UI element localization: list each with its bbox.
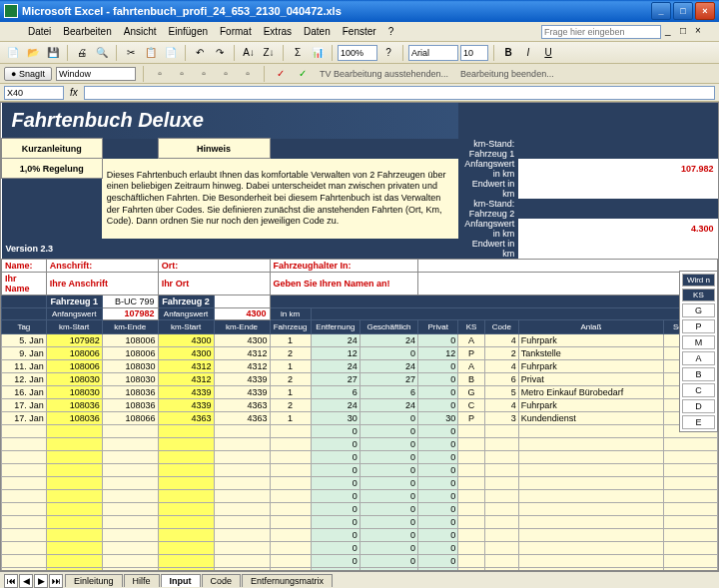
cell[interactable]: 108030 <box>46 372 102 385</box>
cell[interactable]: 5 <box>484 385 518 398</box>
cell[interactable]: 108030 <box>102 359 158 372</box>
cell[interactable]: 4312 <box>214 359 270 372</box>
close-button[interactable]: × <box>695 2 715 20</box>
cell[interactable]: 0 <box>418 450 458 463</box>
cell[interactable] <box>518 489 663 502</box>
cell[interactable] <box>46 463 102 476</box>
cell[interactable]: 108006 <box>102 346 158 359</box>
cell[interactable]: 4339 <box>158 398 214 411</box>
cell[interactable]: 0 <box>311 450 360 463</box>
anschrift-value[interactable]: Ihre Anschrift <box>46 272 158 294</box>
cell[interactable]: 107982 <box>46 333 102 346</box>
cell[interactable] <box>2 528 47 541</box>
cell[interactable]: 4312 <box>158 372 214 385</box>
cell[interactable] <box>2 502 47 515</box>
cell[interactable]: 1 <box>270 411 311 424</box>
cell[interactable] <box>458 515 485 528</box>
cell[interactable] <box>270 528 311 541</box>
cell[interactable] <box>214 554 270 567</box>
cell[interactable] <box>664 476 718 489</box>
cell[interactable] <box>518 463 663 476</box>
cell[interactable] <box>664 502 718 515</box>
cell[interactable]: A <box>458 333 485 346</box>
cell[interactable]: 4300 <box>158 333 214 346</box>
cell[interactable]: 2 <box>270 398 311 411</box>
cell[interactable]: 11. Jan <box>2 359 47 372</box>
preview-icon[interactable]: 🔍 <box>93 44 111 62</box>
cell[interactable]: 0 <box>418 515 458 528</box>
maximize-button[interactable]: □ <box>673 2 693 20</box>
cell[interactable] <box>458 424 485 437</box>
cell[interactable]: 0 <box>418 476 458 489</box>
italic-icon[interactable]: I <box>519 44 537 62</box>
cell[interactable] <box>484 541 518 554</box>
table-row[interactable]: 000 <box>2 476 718 489</box>
undo-icon[interactable]: ↶ <box>191 44 209 62</box>
cell[interactable]: 0 <box>418 554 458 567</box>
cell[interactable]: 108066 <box>102 411 158 424</box>
cell[interactable] <box>214 424 270 437</box>
sort-desc-icon[interactable]: Z↓ <box>260 44 278 62</box>
cell[interactable] <box>458 541 485 554</box>
cell[interactable] <box>158 554 214 567</box>
cell[interactable] <box>270 489 311 502</box>
cell[interactable] <box>2 450 47 463</box>
cell[interactable] <box>214 437 270 450</box>
tab-last-icon[interactable]: ⏭ <box>49 574 63 588</box>
cell[interactable]: P <box>458 411 485 424</box>
t4-icon[interactable]: ▫ <box>217 65 235 83</box>
cell[interactable]: 0 <box>311 476 360 489</box>
print-icon[interactable]: 🖨 <box>73 44 91 62</box>
menu-format[interactable]: Format <box>214 24 258 39</box>
cell[interactable] <box>102 463 158 476</box>
cell[interactable] <box>518 437 663 450</box>
cell[interactable] <box>518 528 663 541</box>
cell[interactable] <box>664 541 718 554</box>
doc-close-button[interactable]: × <box>695 25 709 39</box>
cell[interactable]: Privat <box>518 372 663 385</box>
cell[interactable]: 4339 <box>158 385 214 398</box>
cell[interactable]: Kundendienst <box>518 411 663 424</box>
t7-icon[interactable]: ✓ <box>294 65 312 83</box>
cell[interactable] <box>270 567 311 571</box>
regelung-button[interactable]: 1,0% Regelung <box>2 159 103 179</box>
cell[interactable] <box>102 528 158 541</box>
cell[interactable]: 4 <box>484 333 518 346</box>
cell[interactable] <box>458 528 485 541</box>
cell[interactable]: 0 <box>418 424 458 437</box>
fahrzeug1-plate[interactable]: B-UC 799 <box>102 294 158 307</box>
cell[interactable]: Fuhrpark <box>518 359 663 372</box>
cell[interactable]: 0 <box>360 437 417 450</box>
font-name-input[interactable] <box>408 45 458 61</box>
cell[interactable] <box>664 567 718 571</box>
cell[interactable] <box>102 502 158 515</box>
open-icon[interactable]: 📂 <box>24 44 42 62</box>
cell[interactable]: G <box>458 385 485 398</box>
t1-icon[interactable]: ▫ <box>151 65 169 83</box>
cell[interactable] <box>46 528 102 541</box>
cell[interactable] <box>518 554 663 567</box>
table-row[interactable]: 000 <box>2 489 718 502</box>
cell[interactable] <box>2 515 47 528</box>
cell[interactable]: 0 <box>418 463 458 476</box>
cell[interactable] <box>214 541 270 554</box>
cell[interactable]: 12 <box>418 346 458 359</box>
table-row[interactable]: 000 <box>2 450 718 463</box>
cell[interactable] <box>2 489 47 502</box>
cell[interactable] <box>270 476 311 489</box>
cell[interactable]: 4363 <box>214 411 270 424</box>
t3-icon[interactable]: ▫ <box>195 65 213 83</box>
copy-icon[interactable]: 📋 <box>142 44 160 62</box>
menu-daten[interactable]: Daten <box>298 24 337 39</box>
cell[interactable] <box>484 489 518 502</box>
cell[interactable] <box>2 476 47 489</box>
cell[interactable]: 17. Jan <box>2 411 47 424</box>
table-row[interactable]: 000 <box>2 463 718 476</box>
cell[interactable]: 4300 <box>158 346 214 359</box>
cell[interactable] <box>484 463 518 476</box>
cell[interactable] <box>518 541 663 554</box>
bold-icon[interactable]: B <box>499 44 517 62</box>
cell[interactable] <box>158 567 214 571</box>
cell[interactable]: 0 <box>311 424 360 437</box>
new-icon[interactable]: 📄 <box>4 44 22 62</box>
